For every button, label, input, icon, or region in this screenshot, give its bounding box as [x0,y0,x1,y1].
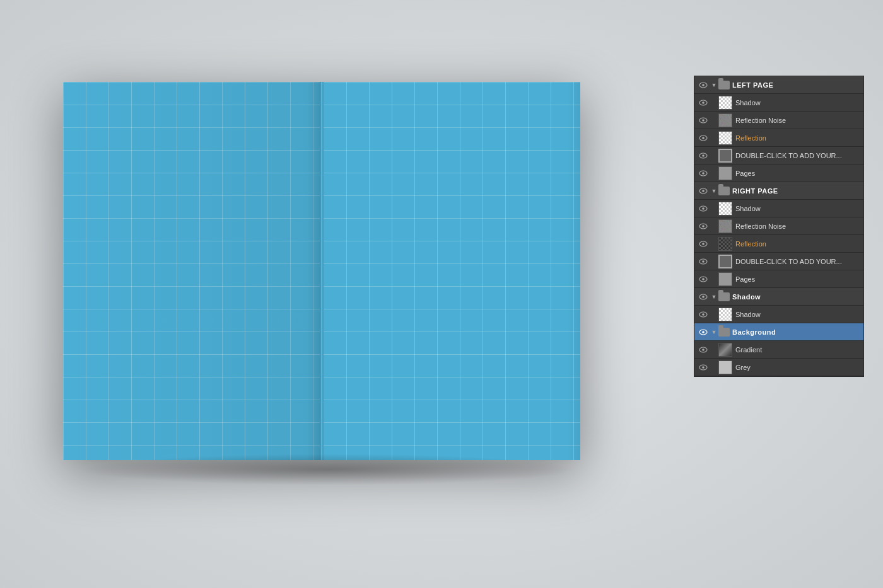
thumb-lp-reflection [718,131,732,145]
svg-point-11 [702,172,705,175]
label-bg-gradient: Gradient [735,346,861,354]
visibility-sh-shadow[interactable] [697,308,710,321]
left-page-background [63,82,320,460]
svg-point-3 [702,101,705,104]
svg-point-29 [702,331,705,333]
group-background[interactable]: ▼ Background [694,323,863,341]
visibility-rp-pages[interactable] [697,273,710,285]
label-rp-reflection-noise: Reflection Noise [735,222,861,230]
svg-point-33 [702,366,705,369]
label-bg-grey: Grey [735,364,861,371]
group-right-page-label: RIGHT PAGE [732,187,861,195]
svg-point-15 [702,207,705,210]
folder-icon-left-page [718,81,730,89]
folder-icon-background [718,328,730,337]
svg-point-17 [702,225,705,228]
svg-point-25 [702,296,705,298]
visibility-bg-gradient[interactable] [697,343,710,356]
group-shadow[interactable]: ▼ Shadow [694,288,863,306]
visibility-lp-reflection[interactable] [697,132,710,144]
expand-background[interactable]: ▼ [710,328,718,337]
book-mockup [63,69,593,485]
expand-left-page[interactable]: ▼ [710,81,718,89]
book [63,82,580,460]
group-left-page-label: LEFT PAGE [732,81,861,89]
visibility-rp-reflection[interactable] [697,238,710,250]
expand-shadow[interactable]: ▼ [710,292,718,301]
layer-lp-reflection[interactable]: Reflection [694,129,863,147]
label-rp-shadow: Shadow [735,205,861,212]
thumb-rp-pages [718,272,732,286]
expand-right-page[interactable]: ▼ [710,187,718,195]
visibility-rp-reflection-noise[interactable] [697,220,710,233]
label-lp-reflection: Reflection [735,134,861,142]
thumb-rp-shadow [718,202,732,216]
visibility-rp-doubleclick[interactable] [697,255,710,268]
visibility-lp-pages[interactable] [697,167,710,180]
visibility-bg-grey[interactable] [697,361,710,374]
svg-point-23 [702,278,705,280]
visibility-toggle-right-page[interactable] [697,185,710,197]
group-right-page[interactable]: ▼ RIGHT PAGE [694,182,863,200]
svg-point-27 [702,313,705,316]
svg-point-9 [702,154,705,157]
label-lp-reflection-noise: Reflection Noise [735,117,861,124]
book-left-page [63,82,320,460]
book-shadow [79,454,577,485]
visibility-rp-shadow[interactable] [697,202,710,215]
thumb-bg-grey [718,360,732,374]
thumb-lp-pages [718,166,732,180]
label-lp-pages: Pages [735,170,861,177]
visibility-lp-doubleclick[interactable] [697,149,710,162]
layer-rp-reflection-noise[interactable]: Reflection Noise [694,217,863,235]
svg-point-21 [702,260,705,263]
layer-bg-gradient[interactable]: Gradient [694,341,863,359]
layer-lp-shadow[interactable]: Shadow [694,94,863,112]
group-background-label: Background [732,328,861,336]
group-shadow-label: Shadow [732,293,861,301]
label-lp-doubleclick: DOUBLE-CLICK TO ADD YOUR... [735,152,861,159]
svg-point-7 [702,137,705,139]
folder-icon-right-page [718,187,730,195]
layer-sh-shadow[interactable]: Shadow [694,306,863,323]
label-lp-shadow: Shadow [735,99,861,107]
label-rp-doubleclick: DOUBLE-CLICK TO ADD YOUR... [735,258,861,265]
layer-rp-shadow[interactable]: Shadow [694,200,863,217]
svg-point-1 [702,84,705,86]
visibility-lp-reflection-noise[interactable] [697,114,710,127]
svg-point-5 [702,119,705,122]
label-sh-shadow: Shadow [735,311,861,318]
visibility-toggle-left-page[interactable] [697,79,710,91]
layer-lp-reflection-noise[interactable]: Reflection Noise [694,112,863,129]
visibility-toggle-shadow[interactable] [697,291,710,303]
layers-panel: ▼ LEFT PAGE Shadow Reflection Noise Refl… [694,76,864,377]
thumb-lp-doubleclick [718,149,732,163]
group-left-page[interactable]: ▼ LEFT PAGE [694,76,863,94]
svg-point-13 [702,190,705,192]
right-page-background [324,82,580,460]
visibility-toggle-background[interactable] [697,326,710,338]
thumb-rp-reflection-noise [718,219,732,233]
thumb-lp-shadow [718,96,732,110]
thumb-lp-reflection-noise [718,113,732,127]
thumb-sh-shadow [718,308,732,321]
thumb-rp-reflection [718,237,732,251]
layer-bg-grey[interactable]: Grey [694,359,863,376]
label-rp-pages: Pages [735,275,861,283]
thumb-rp-doubleclick [718,255,732,268]
label-rp-reflection: Reflection [735,240,861,248]
layer-rp-doubleclick[interactable]: DOUBLE-CLICK TO ADD YOUR... [694,253,863,270]
visibility-lp-shadow[interactable] [697,96,710,109]
folder-icon-shadow [718,292,730,301]
layer-rp-pages[interactable]: Pages [694,270,863,288]
thumb-bg-gradient [718,343,732,357]
book-right-page [324,82,580,460]
layer-lp-doubleclick[interactable]: DOUBLE-CLICK TO ADD YOUR... [694,147,863,164]
layer-lp-pages[interactable]: Pages [694,164,863,182]
layer-rp-reflection[interactable]: Reflection [694,235,863,253]
svg-point-31 [702,349,705,351]
svg-point-19 [702,243,705,245]
